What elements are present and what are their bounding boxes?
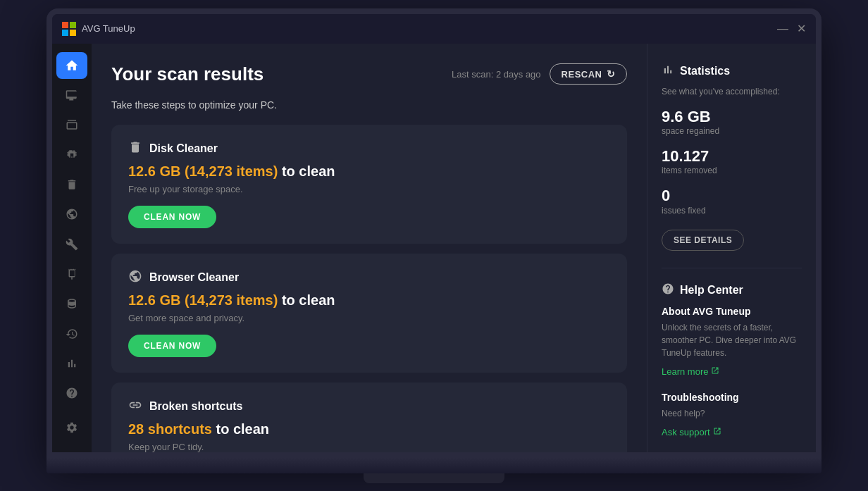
main-content: Your scan results Last scan: 2 days ago …: [92, 44, 647, 452]
browser-cleaner-description: Get more space and privacy.: [128, 313, 610, 323]
title-bar-left: AVG TuneUp: [62, 22, 135, 36]
stat-value-items: 10.127: [662, 147, 802, 166]
sidebar-bottom: [56, 412, 87, 443]
stat-value-issues: 0: [662, 187, 802, 205]
app-body: Your scan results Last scan: 2 days ago …: [52, 44, 816, 452]
browser-cleaner-title: Browser Cleaner: [149, 271, 239, 284]
sidebar-item-monitor[interactable]: [56, 82, 87, 108]
help-about-title: About AVG Tuneup: [662, 306, 802, 317]
stat-space-regained: 9.6 GB space regained: [662, 108, 802, 136]
broken-shortcuts-amount: 28 shortcuts to clean: [128, 421, 610, 437]
avg-logo: [62, 22, 76, 36]
broken-shortcuts-description: Keep your PC tidy.: [128, 442, 610, 452]
sidebar-item-help[interactable]: [56, 380, 87, 406]
sidebar-item-vacuum[interactable]: [56, 261, 87, 287]
svg-rect-0: [62, 22, 68, 28]
header-right: Last scan: 2 days ago RESCAN ↻: [452, 63, 627, 85]
title-bar: AVG TuneUp — ✕: [52, 14, 816, 44]
svg-rect-2: [62, 30, 68, 36]
sidebar-item-box[interactable]: [56, 111, 87, 138]
stat-value-space: 9.6 GB: [662, 108, 802, 126]
rescan-button[interactable]: RESCAN ↻: [550, 63, 627, 85]
page-header: Your scan results Last scan: 2 days ago …: [111, 63, 627, 85]
statistics-title: Statistics: [680, 65, 730, 77]
sidebar-item-home[interactable]: [56, 52, 87, 79]
card-header: Disk Cleaner: [128, 140, 610, 158]
browser-cleaner-button[interactable]: CLEAN NOW: [128, 335, 216, 357]
sidebar-item-wrench[interactable]: [56, 230, 87, 257]
see-details-button[interactable]: SEE DETAILS: [662, 230, 744, 251]
disk-cleaner-title: Disk Cleaner: [149, 142, 218, 155]
disk-cleaner-button[interactable]: CLEAN NOW: [128, 206, 216, 228]
svg-rect-1: [70, 22, 76, 28]
broken-shortcuts-title: Broken shortcuts: [149, 400, 242, 413]
disk-cleaner-amount: 12.6 GB (14,273 items) to clean: [128, 163, 610, 180]
browser-cleaner-card: Browser Cleaner 12.6 GB (14,273 items) t…: [111, 254, 627, 373]
card-header-shortcuts: Broken shortcuts: [128, 398, 610, 416]
statistics-subtitle: See what you've accomplished:: [662, 87, 802, 97]
page-title: Your scan results: [111, 63, 264, 85]
disk-cleaner-icon: [128, 140, 142, 158]
help-center-icon: [662, 282, 674, 299]
help-center-section: Help Center About AVG Tuneup Unlock the …: [662, 282, 802, 438]
rescan-icon: ↻: [607, 68, 616, 80]
panel-divider: [662, 268, 802, 268]
close-button[interactable]: ✕: [797, 23, 806, 35]
help-troubleshooting-title: Troubleshooting: [662, 392, 802, 403]
stat-label-issues: issues fixed: [662, 206, 802, 216]
broken-shortcuts-card: Broken shortcuts 28 shortcuts to clean K…: [111, 383, 627, 452]
sidebar-item-chart[interactable]: [56, 350, 87, 377]
sidebar-item-settings[interactable]: [56, 412, 87, 443]
help-item-about: About AVG Tuneup Unlock the secrets of a…: [662, 306, 802, 378]
stat-label-space: space regained: [662, 126, 802, 136]
disk-cleaner-description: Free up your storage space.: [128, 184, 610, 194]
broken-shortcuts-icon: [128, 398, 142, 416]
disk-cleaner-card: Disk Cleaner 12.6 GB (14,273 items) to c…: [111, 125, 627, 244]
laptop-base: [46, 458, 822, 473]
sidebar-item-database[interactable]: [56, 290, 87, 317]
sidebar-item-cpu[interactable]: [56, 141, 87, 168]
learn-more-link[interactable]: Learn more: [662, 366, 719, 377]
minimize-button[interactable]: —: [777, 23, 788, 35]
help-center-header: Help Center: [662, 282, 802, 299]
last-scan-text: Last scan: 2 days ago: [452, 69, 540, 80]
browser-cleaner-icon: [128, 269, 142, 287]
svg-rect-3: [70, 30, 76, 36]
window-controls: — ✕: [777, 23, 806, 35]
sidebar-item-history[interactable]: [56, 320, 87, 347]
laptop-stand: [364, 473, 504, 483]
app-title: AVG TuneUp: [82, 23, 135, 34]
help-item-troubleshooting: Troubleshooting Need help? Ask support: [662, 392, 802, 438]
external-link-icon: [711, 366, 719, 377]
help-troubleshooting-description: Need help?: [662, 407, 802, 420]
stat-label-items: items removed: [662, 166, 802, 175]
statistics-section: Statistics See what you've accomplished:…: [662, 63, 802, 251]
help-about-description: Unlock the secrets of a faster, smoother…: [662, 321, 802, 359]
stat-issues-fixed: 0 issues fixed: [662, 187, 802, 215]
external-link-icon-2: [713, 427, 721, 437]
statistics-icon: [662, 63, 674, 80]
ask-support-link[interactable]: Ask support: [662, 427, 721, 437]
help-center-title: Help Center: [680, 284, 743, 297]
page-subtitle: Take these steps to optimize your PC.: [111, 99, 627, 111]
card-header-browser: Browser Cleaner: [128, 269, 610, 287]
stat-items-removed: 10.127 items removed: [662, 147, 802, 175]
browser-cleaner-amount: 12.6 GB (14,273 items) to clean: [128, 292, 610, 309]
sidebar-item-globe[interactable]: [56, 201, 87, 228]
sidebar: [52, 44, 92, 452]
right-panel: Statistics See what you've accomplished:…: [647, 44, 816, 452]
statistics-header: Statistics: [662, 63, 802, 80]
sidebar-item-trash[interactable]: [56, 171, 87, 198]
